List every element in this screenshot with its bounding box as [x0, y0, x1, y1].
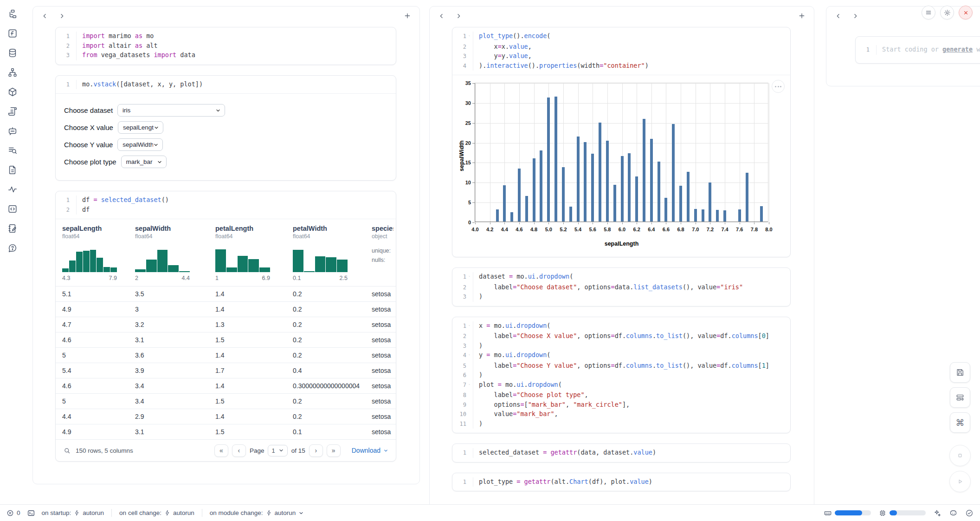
run-play-icon[interactable] [949, 471, 971, 492]
code-cell-xy-dropdowns[interactable]: 1ˋx = mo.ui.dropdown(2 label="Choose X v… [452, 317, 791, 434]
altair-chart[interactable]: 4.04.24.44.64.85.05.25.45.65.86.06.26.46… [452, 75, 790, 257]
code-line[interactable]: 5 label="Choose Y value", options=df.col… [452, 361, 784, 371]
prev-page-button[interactable]: ‹ [232, 444, 246, 457]
packages-icon[interactable] [6, 85, 19, 98]
code-line[interactable]: 1import marimo as mo [56, 32, 389, 41]
function-panel-icon[interactable] [6, 27, 19, 40]
connection-status-icon[interactable] [965, 509, 974, 517]
code-line[interactable]: 1ˋplot_type().encode( [452, 32, 784, 42]
add-cell-icon[interactable] [404, 12, 411, 20]
code-line[interactable]: 6) [452, 371, 784, 380]
tracing-icon[interactable] [6, 183, 19, 196]
code-cell-plot-type[interactable]: 1plot_type = getattr(alt.Chart(df), plot… [452, 473, 791, 492]
code-cell-plot[interactable]: 1ˋplot_type().encode(2 x=x.value,3 y=y.v… [452, 27, 791, 257]
code-cell-vstack[interactable]: 1mo.vstack([dataset, x, y, plot]) Choose… [55, 75, 396, 181]
fold-icon[interactable]: ˋ [466, 32, 472, 42]
table-row[interactable]: 4.42.91.40.2setosa [56, 409, 396, 424]
code-line[interactable]: 3from vega_datasets import data [56, 51, 389, 60]
fold-icon[interactable]: ˋ [466, 272, 472, 283]
table-row[interactable]: 53.61.40.2setosa [56, 348, 396, 363]
column-right-icon[interactable] [58, 13, 65, 20]
dependencies-icon[interactable] [6, 66, 19, 79]
table-row[interactable]: 4.63.41.40.30000000000000004setosa [56, 378, 396, 394]
code-cell-dataset-dropdown[interactable]: 1ˋdataset = mo.ui.dropdown(2 label="Choo… [452, 267, 791, 306]
notebook-icon[interactable] [6, 222, 19, 235]
code-editor-placeholder[interactable]: Start coding or generate with AI [876, 45, 980, 55]
stop-icon[interactable] [949, 445, 971, 466]
code-line[interactable]: 8 label="Choose plot type", [452, 391, 784, 400]
download-button[interactable]: Download [352, 447, 388, 454]
next-page-button[interactable]: › [309, 444, 323, 457]
snippets-icon[interactable] [6, 163, 19, 176]
autorun-setting[interactable]: on module change:autorun [210, 509, 304, 516]
plot-type-dropdown[interactable]: mark_bar [121, 156, 167, 168]
shutdown-close-icon[interactable] [959, 6, 973, 20]
ai-sparkles-icon[interactable] [933, 509, 941, 517]
code-line[interactable]: 1df = selected_dataset() [56, 195, 389, 205]
column-left-icon[interactable] [835, 13, 842, 20]
fold-icon[interactable]: ˋ [466, 321, 472, 332]
code-line[interactable]: 2df [56, 205, 389, 215]
layout-grid-icon[interactable] [950, 387, 970, 408]
code-line[interactable]: 4).interactive().properties(width="conta… [452, 61, 784, 71]
terminal-icon[interactable] [27, 509, 35, 517]
code-line[interactable]: 3) [452, 341, 784, 351]
generate-with-ai-link[interactable]: generate [942, 46, 973, 53]
column-header-petalWidth[interactable]: petalWidthfloat640.12.5 [286, 225, 365, 281]
save-icon[interactable] [950, 362, 970, 383]
code-line[interactable]: 1ˋx = mo.ui.dropdown( [452, 321, 784, 332]
column-left-icon[interactable] [41, 13, 48, 20]
code-line[interactable]: 2 x=x.value, [452, 42, 784, 52]
table-row[interactable]: 4.73.21.30.2setosa [56, 317, 396, 332]
cpu-usage[interactable] [878, 509, 926, 517]
menu-icon[interactable] [922, 6, 935, 20]
memory-usage[interactable] [824, 509, 871, 517]
autorun-setting[interactable]: on cell change:autorun [119, 509, 194, 516]
code-line[interactable]: 2 label="Choose X value", options=df.col… [452, 332, 784, 341]
code-cell-imports[interactable]: 1import marimo as mo2import altair as al… [55, 27, 396, 65]
column-header-species[interactable]: speciesobjectunique:nulls: [365, 225, 393, 281]
code-line[interactable]: 4ˋy = mo.ui.dropdown( [452, 351, 784, 361]
table-row[interactable]: 4.931.40.2setosa [56, 302, 396, 317]
table-row[interactable]: 4.63.11.50.2setosa [56, 332, 396, 348]
help-icon[interactable] [6, 241, 19, 254]
chat-icon[interactable] [6, 124, 19, 137]
code-line[interactable]: 9 options=["mark_bar", "mark_circle"], [452, 400, 784, 410]
code-line[interactable]: 1selected_dataset = getattr(data, datase… [452, 448, 784, 458]
chart-menu-icon[interactable] [772, 80, 785, 93]
last-page-button[interactable]: » [327, 444, 341, 457]
file-tree-icon[interactable] [6, 7, 19, 20]
empty-code-cell[interactable]: 1 Start coding or generate with AI [855, 36, 980, 64]
code-line[interactable]: 3) [452, 292, 784, 302]
keyboard-shortcuts-icon[interactable]: ⌘ [950, 412, 970, 433]
code-line[interactable]: 1plot_type = getattr(alt.Chart(df), plot… [452, 477, 784, 487]
column-left-icon[interactable] [438, 13, 445, 20]
table-row[interactable]: 5.13.51.40.2setosa [56, 287, 396, 302]
column-header-sepalWidth[interactable]: sepalWidthfloat6424.4 [129, 225, 209, 281]
first-page-button[interactable]: « [214, 444, 228, 457]
column-header-petalLength[interactable]: petalLengthfloat6416.9 [209, 225, 286, 281]
code-line[interactable]: 3 y=y.value, [452, 52, 784, 61]
code-line[interactable]: 11) [452, 419, 784, 429]
table-row[interactable]: 5.43.91.70.4setosa [56, 363, 396, 378]
scratchpad-icon[interactable] [6, 202, 19, 215]
search-icon[interactable] [63, 447, 71, 455]
column-right-icon[interactable] [852, 13, 859, 20]
code-cell-selected-dataset[interactable]: 1selected_dataset = getattr(data, datase… [452, 443, 791, 462]
code-line[interactable]: 7ˋplot = mo.ui.dropdown( [452, 380, 784, 391]
code-line[interactable]: 1mo.vstack([dataset, x, y, plot]) [56, 80, 389, 90]
y-value-dropdown[interactable]: sepalWidth [117, 138, 163, 151]
table-row[interactable]: 4.93.11.50.1setosa [56, 424, 396, 440]
code-line[interactable]: 2import altair as alt [56, 41, 389, 51]
datasources-icon[interactable] [6, 46, 19, 59]
errors-indicator[interactable]: 0 [6, 509, 20, 517]
logs-icon[interactable] [6, 105, 19, 118]
page-select[interactable]: 1 [268, 445, 287, 456]
code-cell-dataframe[interactable]: 1df = selected_dataset()2df sepalLengthf… [55, 191, 396, 462]
x-value-dropdown[interactable]: sepalLength [118, 121, 163, 134]
column-right-icon[interactable] [455, 13, 462, 20]
fold-icon[interactable]: ˋ [466, 380, 472, 391]
code-line[interactable]: 1ˋdataset = mo.ui.dropdown( [452, 272, 784, 283]
outline-icon[interactable] [6, 144, 19, 157]
settings-gear-icon[interactable] [940, 6, 954, 20]
